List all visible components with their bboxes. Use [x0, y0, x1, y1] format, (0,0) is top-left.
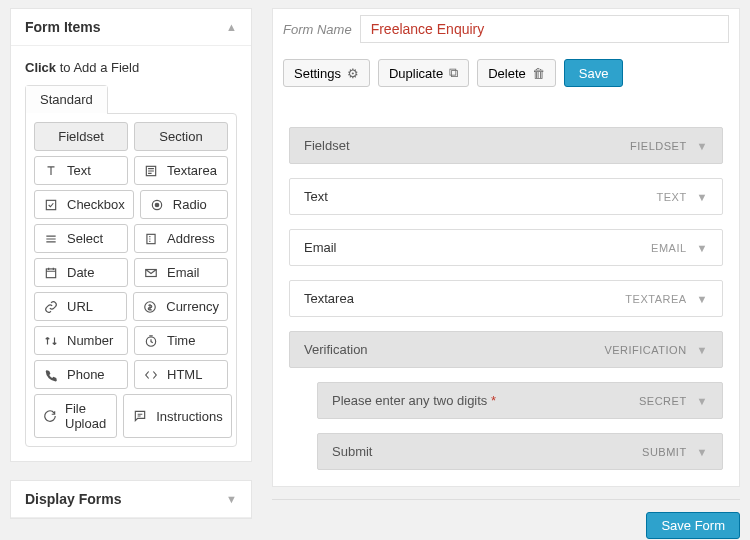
add-section[interactable]: Section [134, 122, 228, 151]
copy-icon: ⧉ [449, 65, 458, 81]
save-button[interactable]: Save [564, 59, 624, 87]
number-icon [43, 334, 59, 348]
field-row-secret[interactable]: Please enter any two digits * SECRET [317, 382, 723, 419]
add-date[interactable]: Date [34, 258, 128, 287]
svg-rect-4 [147, 234, 155, 243]
add-html[interactable]: HTML [134, 360, 228, 389]
radio-icon [149, 198, 165, 212]
add-fieldset[interactable]: Fieldset [34, 122, 128, 151]
chevron-down-icon [697, 446, 708, 458]
form-canvas: FieldsetFIELDSETTextTEXTEmailEMAILTextar… [273, 97, 739, 486]
html-icon [143, 368, 159, 382]
add-email[interactable]: Email [134, 258, 228, 287]
add-currency[interactable]: Currency [133, 292, 228, 321]
form-name-input[interactable] [360, 15, 729, 43]
form-items-panel: Form Items Click to Add a Field Standard… [10, 8, 252, 462]
collapse-icon [226, 21, 237, 33]
field-row-submit[interactable]: Submit SUBMIT [317, 433, 723, 470]
url-icon [43, 300, 59, 314]
add-file-upload[interactable]: File Upload [34, 394, 117, 438]
select-icon [43, 232, 59, 246]
click-add-hint: Click to Add a Field [25, 60, 237, 75]
gear-icon: ⚙ [347, 66, 359, 81]
field-table: Fieldset Section TextTextareaCheckboxRad… [25, 113, 237, 447]
chevron-down-icon [697, 395, 708, 407]
email-icon [143, 266, 159, 280]
delete-button[interactable]: Delete🗑 [477, 59, 556, 87]
svg-point-3 [155, 203, 159, 207]
field-row-fieldset[interactable]: FieldsetFIELDSET [289, 127, 723, 164]
add-url[interactable]: URL [34, 292, 127, 321]
display-forms-header[interactable]: Display Forms [11, 481, 251, 518]
field-row-text[interactable]: TextTEXT [289, 178, 723, 215]
add-textarea[interactable]: Textarea [134, 156, 228, 185]
add-phone[interactable]: Phone [34, 360, 128, 389]
text-icon [43, 164, 59, 178]
field-row-verification[interactable]: VerificationVERIFICATION [289, 331, 723, 368]
chevron-down-icon [697, 293, 708, 305]
address-icon [143, 232, 159, 246]
form-editor-panel: Form Name Settings⚙ Duplicate⧉ Delete🗑 S… [272, 8, 740, 487]
instructions-icon [132, 409, 148, 423]
date-icon [43, 266, 59, 280]
display-forms-title: Display Forms [25, 491, 121, 507]
add-instructions[interactable]: Instructions [123, 394, 231, 438]
add-number[interactable]: Number [34, 326, 128, 355]
add-checkbox[interactable]: Checkbox [34, 190, 134, 219]
duplicate-button[interactable]: Duplicate⧉ [378, 59, 469, 87]
save-form-button[interactable]: Save Form [646, 512, 740, 539]
chevron-down-icon [697, 344, 708, 356]
add-radio[interactable]: Radio [140, 190, 228, 219]
add-time[interactable]: Time [134, 326, 228, 355]
add-select[interactable]: Select [34, 224, 128, 253]
add-text[interactable]: Text [34, 156, 128, 185]
chevron-down-icon [697, 242, 708, 254]
form-name-label: Form Name [283, 22, 352, 37]
chevron-down-icon [697, 191, 708, 203]
textarea-icon [143, 164, 159, 178]
svg-rect-5 [46, 268, 55, 277]
currency-icon [142, 300, 158, 314]
add-address[interactable]: Address [134, 224, 228, 253]
tab-standard[interactable]: Standard [26, 86, 107, 114]
trash-icon: 🗑 [532, 66, 545, 81]
display-forms-panel: Display Forms [10, 480, 252, 519]
form-items-header[interactable]: Form Items [11, 9, 251, 46]
time-icon [143, 334, 159, 348]
svg-rect-1 [46, 200, 55, 209]
file-upload-icon [43, 409, 57, 423]
checkbox-icon [43, 198, 59, 212]
field-row-textarea[interactable]: TextareaTEXTAREA [289, 280, 723, 317]
phone-icon [43, 368, 59, 382]
form-items-title: Form Items [25, 19, 100, 35]
field-row-email[interactable]: EmailEMAIL [289, 229, 723, 266]
settings-button[interactable]: Settings⚙ [283, 59, 370, 87]
expand-icon [226, 493, 237, 505]
chevron-down-icon [697, 140, 708, 152]
